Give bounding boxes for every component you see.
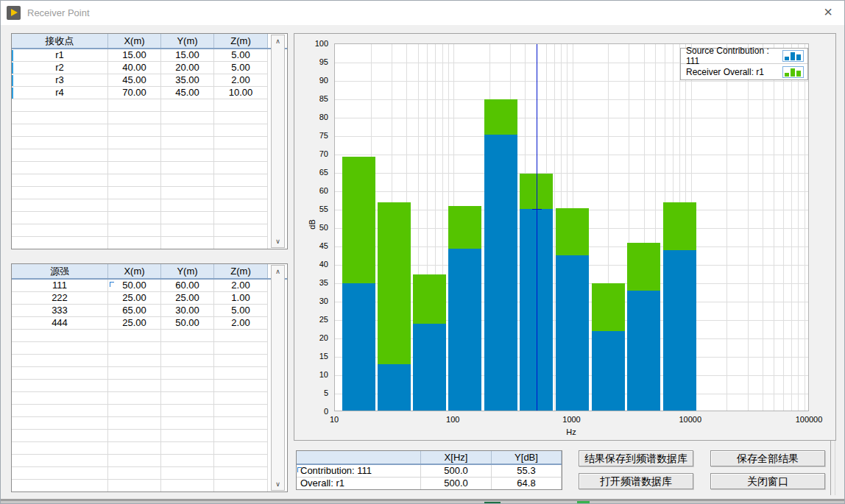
table-row[interactable]: 33365.0030.005.00 [12, 305, 287, 317]
col-header-y: Y(m) [161, 264, 214, 278]
col-header-source: 源强 [12, 264, 108, 278]
y-tick-label: 100 [296, 38, 328, 49]
col-header-x: X(m) [108, 34, 161, 48]
contribution-bar [342, 283, 375, 411]
bar-plot-icon[interactable] [782, 66, 804, 78]
table-row[interactable]: 22225.0025.001.00 [12, 292, 287, 305]
y-tick-label: 45 [296, 241, 328, 251]
table-row[interactable] [12, 455, 287, 467]
cursor-line[interactable] [537, 44, 537, 411]
legend-row-overall[interactable]: Receiver Overall: r1 [681, 64, 807, 79]
table-row[interactable]: r115.0015.005.00 [12, 49, 287, 62]
table-row[interactable] [12, 224, 287, 237]
scroll-down-icon[interactable]: ∨ [272, 478, 284, 490]
overall-bar [448, 206, 481, 249]
scroll-up-icon[interactable]: ∧ [272, 266, 284, 277]
contribution-bar [484, 135, 517, 412]
overall-bar [592, 283, 625, 331]
table-row[interactable]: 44425.0050.002.00 [12, 317, 287, 330]
source-table-scrollbar[interactable]: ∧ ∨ [271, 265, 285, 491]
col-header-z: Z(m) [214, 264, 268, 278]
table-row[interactable] [12, 174, 287, 187]
x-tick-label: 100 [446, 415, 459, 424]
overall-bar [413, 274, 446, 324]
table-row[interactable] [12, 330, 287, 342]
gridline [805, 44, 805, 411]
scroll-up-icon[interactable]: ∧ [272, 35, 284, 47]
gridline [798, 44, 799, 411]
table-row[interactable] [12, 99, 287, 112]
col-header-empty [297, 451, 421, 464]
table-row[interactable] [12, 442, 287, 455]
table-row[interactable] [12, 187, 287, 199]
legend-row-contribution[interactable]: Source Contribution : 111 [681, 49, 807, 64]
plot-area[interactable] [334, 43, 809, 411]
scroll-down-icon[interactable]: ∨ [272, 235, 284, 247]
col-header-ydb: Y[dB] [492, 451, 562, 464]
close-window-button[interactable]: 关闭窗口 [710, 473, 825, 489]
table-row[interactable] [12, 380, 287, 392]
table-row[interactable]: r345.0035.002.00 [12, 74, 287, 87]
col-header-receiver: 接收点 [12, 34, 108, 48]
table-row[interactable] [12, 430, 287, 442]
receiver-table-scrollbar[interactable]: ∧ ∨ [271, 35, 285, 248]
col-header-y: Y(m) [161, 34, 214, 48]
overall-bar [556, 208, 589, 255]
table-row[interactable] [12, 367, 287, 380]
table-row[interactable] [12, 199, 287, 212]
table-row[interactable] [12, 162, 287, 174]
cell-selection-marker [110, 282, 114, 287]
x-tick-label: 100000 [796, 415, 823, 424]
y-tick-label: 65 [296, 167, 328, 177]
contribution-bar [413, 324, 446, 411]
open-spectrum-db-button[interactable]: 打开频谱数据库 [579, 473, 693, 489]
table-row[interactable] [12, 467, 287, 480]
table-row[interactable] [12, 392, 287, 405]
table-row[interactable] [12, 237, 287, 249]
divider [830, 441, 831, 495]
table-row[interactable] [12, 137, 287, 149]
table-row[interactable] [12, 212, 287, 224]
overall-bar [378, 202, 411, 364]
gridline [774, 44, 774, 411]
col-header-z: Z(m) [214, 34, 268, 48]
table-row[interactable] [12, 355, 287, 367]
contribution-bar [663, 250, 696, 411]
row-marker [12, 88, 13, 99]
table-row[interactable] [12, 149, 287, 162]
chart-legend[interactable]: Source Contribution : 111 Receiver Overa… [680, 48, 808, 80]
y-tick-label: 20 [296, 333, 328, 343]
x-axis-ticks: 10100100010000100000 [294, 415, 837, 425]
y-tick-label: 80 [296, 112, 328, 122]
table-row[interactable]: r240.0020.005.00 [12, 62, 287, 74]
receiver-point-window: Receiver Point × 接收点 X(m) Y(m) Z(m) r115… [0, 0, 845, 504]
cursor-table-row[interactable]: Contribution: 111500.055.3 [297, 465, 562, 478]
gridline [748, 44, 749, 411]
save-all-results-button[interactable]: 保存全部结果 [710, 450, 825, 466]
contribution-bar [448, 249, 481, 412]
contribution-bar [378, 364, 411, 411]
x-axis-label: Hz [566, 427, 576, 436]
y-tick-label: 5 [296, 388, 328, 398]
table-row[interactable] [12, 480, 287, 492]
y-tick-label: 75 [296, 130, 328, 141]
y-axis-ticks: 0510152025303540455055606570758085909510… [294, 34, 331, 431]
cursor-table-row[interactable]: Overall: r1500.064.8 [297, 478, 562, 490]
table-row[interactable]: r470.0045.0010.00 [12, 87, 287, 99]
receiver-table-header: 接收点 X(m) Y(m) Z(m) [12, 34, 287, 49]
gridline [783, 44, 784, 411]
legend-label: Source Contribution : 111 [686, 46, 782, 66]
table-row[interactable] [12, 405, 287, 417]
contribution-bar [592, 331, 625, 411]
table-row[interactable] [12, 342, 287, 355]
bar-plot-icon[interactable] [782, 50, 804, 62]
contribution-bar [556, 255, 589, 412]
gridline [726, 44, 727, 411]
y-tick-label: 95 [296, 57, 328, 67]
save-results-to-spectrum-db-button[interactable]: 结果保存到频谱数据库 [579, 450, 693, 466]
table-row[interactable] [12, 124, 287, 137]
table-row[interactable] [12, 417, 287, 430]
close-icon[interactable]: × [815, 1, 841, 25]
table-row[interactable]: 11150.0060.002.00 [12, 280, 287, 292]
table-row[interactable] [12, 112, 287, 124]
